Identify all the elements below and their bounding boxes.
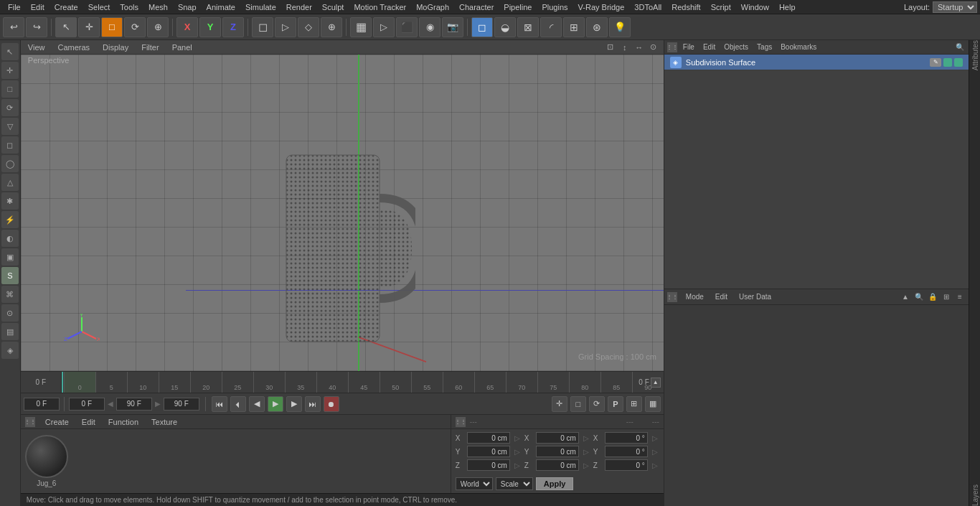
menu-select[interactable]: Select (83, 1, 116, 13)
playback-right-btn-3[interactable]: ⟳ (589, 396, 605, 412)
coords-z2-field[interactable] (536, 459, 579, 471)
attributes-tab[interactable]: Attributes (969, 40, 980, 70)
prev-keyframe-button[interactable]: ◀ (249, 396, 265, 412)
transform-button[interactable]: ⊕ (147, 17, 169, 37)
next-keyframe-button[interactable]: ▶ (286, 396, 302, 412)
attr-menu-icon[interactable]: ≡ (954, 291, 966, 303)
attr-grid-icon[interactable]: ⊞ (941, 291, 952, 303)
attr-userdata-menu[interactable]: User Data (736, 292, 774, 301)
left-icon-5[interactable]: ▽ (1, 118, 19, 135)
coords-y2-field[interactable] (536, 446, 579, 457)
menu-mesh[interactable]: Mesh (143, 1, 173, 13)
menu-animate[interactable]: Animate (202, 1, 240, 13)
timeline-tick-60[interactable]: 60 (443, 371, 474, 393)
layout-select[interactable]: Startup (933, 1, 977, 13)
render-play-button[interactable]: ▷ (373, 17, 395, 37)
material-ball[interactable] (25, 435, 68, 478)
surface-button[interactable]: ◒ (494, 17, 516, 37)
coords-x1-field[interactable] (467, 432, 510, 444)
coords-x3-field[interactable] (605, 432, 648, 444)
object-button[interactable]: ◻ (252, 17, 273, 37)
viewport-icon-3[interactable]: ↔ (633, 42, 645, 53)
attr-up-icon[interactable]: ▲ (900, 291, 911, 303)
menu-tools[interactable]: Tools (115, 1, 143, 13)
obj-file-menu[interactable]: File (680, 42, 697, 52)
record-button[interactable]: ⏺ (324, 396, 339, 412)
coords-y3-field[interactable] (605, 446, 648, 457)
menu-pipeline[interactable]: Pipeline (499, 1, 537, 13)
timeline-tick-35[interactable]: 35 (285, 371, 316, 393)
obj-visibility-dot1[interactable] (943, 58, 952, 67)
obj-objects-menu[interactable]: Objects (721, 42, 751, 52)
max-frame-field[interactable] (164, 398, 199, 411)
redo-button[interactable]: ↪ (26, 17, 47, 37)
play-button[interactable]: ▶ (268, 396, 283, 412)
menu-snap[interactable]: Snap (173, 1, 202, 13)
left-icon-magnet[interactable]: ⊙ (1, 304, 19, 322)
render-region-button[interactable]: ▦ (350, 17, 372, 37)
viewport-icon-4[interactable]: ⊙ (648, 42, 659, 53)
timeline[interactable]: 0 F 051015202530354045505560657075808590… (21, 371, 664, 393)
left-icon-9[interactable]: ✱ (1, 192, 19, 210)
object-row-subdivision[interactable]: ◈ Subdivision Surface ✎ (664, 55, 969, 70)
coords-z3-field[interactable] (605, 459, 648, 471)
layers-tab[interactable]: Layers (969, 484, 980, 506)
left-icon-11[interactable]: ◐ (1, 230, 19, 247)
goto-end-button[interactable]: ⏭ (305, 396, 321, 412)
left-icon-rotate[interactable]: ⟳ (1, 99, 19, 116)
menu-character[interactable]: Character (454, 1, 499, 13)
search-icon[interactable]: 🔍 (954, 42, 966, 53)
end-frame-field[interactable] (116, 398, 152, 411)
timeline-frame-spin[interactable]: ▲ (651, 378, 661, 388)
left-icon-7[interactable]: ◯ (1, 155, 19, 172)
scale-dropdown[interactable]: Scale (496, 477, 533, 490)
obj-visibility-dot2[interactable] (954, 58, 963, 67)
left-icon-cmd[interactable]: ⌘ (1, 286, 19, 303)
move-button[interactable]: ✛ (78, 17, 100, 37)
apply-button[interactable]: Apply (536, 477, 574, 490)
attr-panel-drag[interactable]: ⋮⋮ (667, 292, 677, 302)
menu-window[interactable]: Window (736, 1, 774, 13)
menu-create[interactable]: Create (50, 1, 83, 13)
scale-button[interactable]: □ (101, 17, 123, 37)
playback-right-btn-1[interactable]: ✛ (552, 396, 567, 412)
attr-edit-menu[interactable]: Edit (712, 292, 730, 301)
timeline-tick-5[interactable]: 5 (95, 371, 127, 393)
material-texture-menu[interactable]: Texture (149, 417, 180, 427)
menu-help[interactable]: Help (774, 1, 801, 13)
coords-panel-drag[interactable]: ⋮⋮ (456, 417, 466, 427)
viewport-display-menu[interactable]: Display (100, 42, 131, 52)
material-slot[interactable]: Jug_6 (25, 435, 68, 487)
menu-simulate[interactable]: Simulate (240, 1, 281, 13)
left-icon-s[interactable]: S (1, 267, 19, 284)
spline-button[interactable]: ◜ (540, 17, 562, 37)
world-dropdown[interactable]: World (456, 477, 493, 490)
diamond-button[interactable]: ◇ (298, 17, 319, 37)
playback-right-btn-2[interactable]: □ (570, 396, 586, 412)
playback-right-btn-panel[interactable]: ▦ (645, 396, 661, 412)
obj-panel-drag[interactable]: ⋮⋮ (667, 42, 677, 52)
coords-z1-field[interactable] (467, 459, 510, 471)
timeline-tick-50[interactable]: 50 (380, 371, 411, 393)
prev-frame-button[interactable]: ⏴ (230, 396, 246, 412)
timeline-tick-15[interactable]: 15 (159, 371, 190, 393)
viewport-icon-1[interactable]: ⊡ (605, 42, 616, 53)
attr-mode-menu[interactable]: Mode (683, 292, 707, 301)
light-button[interactable]: 💡 (609, 17, 631, 37)
attr-lock-icon[interactable]: 🔒 (927, 291, 938, 303)
material-edit-menu[interactable]: Edit (79, 417, 98, 427)
obj-edit-menu[interactable]: Edit (700, 42, 718, 52)
cube-button[interactable]: ◻ (471, 17, 493, 37)
menu-3dtoall[interactable]: 3DToAll (629, 1, 666, 13)
material-create-menu[interactable]: Create (42, 417, 72, 427)
timeline-ruler[interactable]: 051015202530354045505560657075808590 (64, 372, 664, 393)
play-button[interactable]: ▷ (275, 17, 296, 37)
goto-start-button[interactable]: ⏮ (212, 396, 227, 412)
x-axis-button[interactable]: X (176, 17, 198, 37)
viewport-view-menu[interactable]: View (25, 42, 48, 52)
menu-redshift[interactable]: Redshift (666, 1, 705, 13)
timeline-tick-20[interactable]: 20 (190, 371, 222, 393)
menu-sculpt[interactable]: Sculpt (317, 1, 349, 13)
timeline-tick-85[interactable]: 85 (600, 371, 632, 393)
timeline-tick-25[interactable]: 25 (222, 371, 253, 393)
